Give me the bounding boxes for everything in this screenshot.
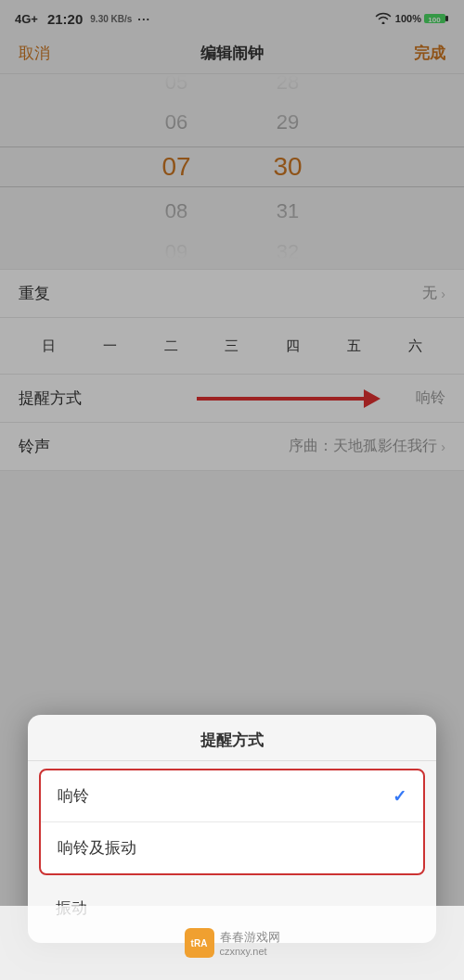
logo-icon-text: tRA xyxy=(191,938,208,948)
ring-checkmark: ✓ xyxy=(393,786,406,807)
modal-title-row: 提醒方式 xyxy=(28,715,436,761)
site-name: 春春游戏网 xyxy=(220,929,280,946)
modal-option-ring-vibrate[interactable]: 响铃及振动 xyxy=(41,822,423,873)
modal-option-ring-vibrate-label: 响铃及振动 xyxy=(58,837,136,859)
modal-option-ring-label: 响铃 xyxy=(58,785,89,807)
site-url: czxnxy.net xyxy=(220,946,280,957)
modal-option-ring[interactable]: 响铃 ✓ xyxy=(41,770,423,822)
logo-icon: tRA xyxy=(185,928,214,958)
modal-options-box: 响铃 ✓ 响铃及振动 xyxy=(39,769,425,875)
modal-title: 提醒方式 xyxy=(200,732,264,749)
watermark: tRA 春春游戏网 czxnxy.net xyxy=(0,906,464,980)
modal-overlay[interactable]: 提醒方式 响铃 ✓ 响铃及振动 振动 xyxy=(0,0,464,980)
watermark-logo: tRA 春春游戏网 czxnxy.net xyxy=(185,928,280,958)
